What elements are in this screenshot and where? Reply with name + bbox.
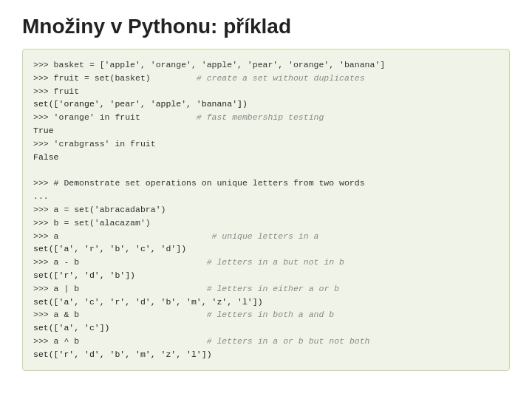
- code-line: set(['r', 'd', 'b']): [33, 269, 499, 282]
- code-line: set(['r', 'd', 'b', 'm', 'z', 'l']): [33, 348, 499, 361]
- code-line: >>> fruit = set(basket) # create a set w…: [33, 72, 499, 85]
- code-line: >>> a ^ b # letters in a or b but not bo…: [33, 335, 499, 348]
- code-line: ...: [33, 190, 499, 203]
- code-line: set(['a', 'c']): [33, 321, 499, 335]
- code-line: >>> a - b # letters in a but not in b: [33, 256, 499, 269]
- code-line: >>> fruit: [33, 85, 499, 98]
- code-line: >>> a & b # letters in both a and b: [33, 308, 499, 321]
- code-line: set(['a', 'c', 'r', 'd', 'b', 'm', 'z', …: [33, 296, 499, 309]
- code-line: set(['orange', 'pear', 'apple', 'banana'…: [33, 98, 499, 111]
- page: Množiny v Pythonu: příklad >>> basket = …: [0, 0, 532, 399]
- code-line: set(['a', 'r', 'b', 'c', 'd']): [33, 242, 499, 256]
- code-line: >>> b = set('alacazam'): [33, 216, 499, 230]
- code-line: [33, 164, 499, 177]
- code-line: >>> a = set('abracadabra'): [33, 203, 499, 216]
- code-line: >>> a | b # letters in either a or b: [33, 282, 499, 296]
- code-line: >>> 'orange' in fruit # fast membership …: [33, 111, 499, 124]
- code-block: >>> basket = ['apple', 'orange', 'apple'…: [22, 49, 510, 371]
- code-line: >>> # Demonstrate set operations on uniq…: [33, 177, 499, 190]
- code-line: >>> 'crabgrass' in fruit: [33, 137, 499, 151]
- code-line: >>> basket = ['apple', 'orange', 'apple'…: [33, 58, 499, 72]
- page-title: Množiny v Pythonu: příklad: [22, 15, 510, 38]
- code-line: True: [33, 124, 499, 137]
- code-line: False: [33, 151, 499, 164]
- code-line: >>> a # unique letters in a: [33, 230, 499, 243]
